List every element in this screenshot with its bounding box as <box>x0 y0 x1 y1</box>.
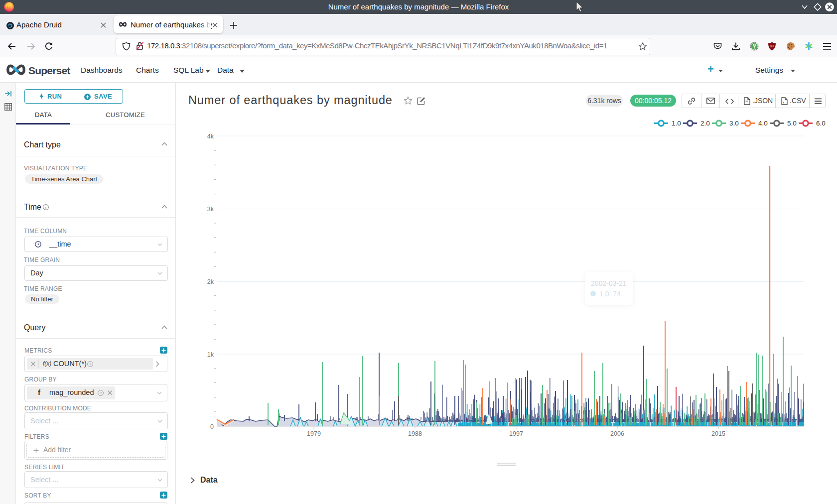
svg-text:uO: uO <box>770 44 774 48</box>
svg-text:2k: 2k <box>207 278 214 285</box>
svg-text:5.0: 5.0 <box>787 120 797 127</box>
svg-text:1.0: 1.0 <box>672 120 681 127</box>
svg-text:1997: 1997 <box>509 430 523 437</box>
svg-text:4.0: 4.0 <box>758 120 768 127</box>
svg-text:2.0: 2.0 <box>700 120 710 127</box>
svg-text:?: ? <box>100 391 102 395</box>
svg-text:1988: 1988 <box>408 430 422 437</box>
svg-text:1979: 1979 <box>307 430 321 437</box>
svg-text:1k: 1k <box>207 351 214 358</box>
svg-text:x: x <box>782 101 784 104</box>
svg-text:3k: 3k <box>207 206 214 213</box>
svg-text:2015: 2015 <box>711 430 725 437</box>
svg-text:4k: 4k <box>207 133 214 140</box>
svg-text:0: 0 <box>210 423 214 430</box>
svg-text:3.0: 3.0 <box>729 120 739 127</box>
svg-text:2006: 2006 <box>610 430 624 437</box>
svg-text:6.0: 6.0 <box>816 120 826 127</box>
svg-text:?: ? <box>89 362 91 367</box>
